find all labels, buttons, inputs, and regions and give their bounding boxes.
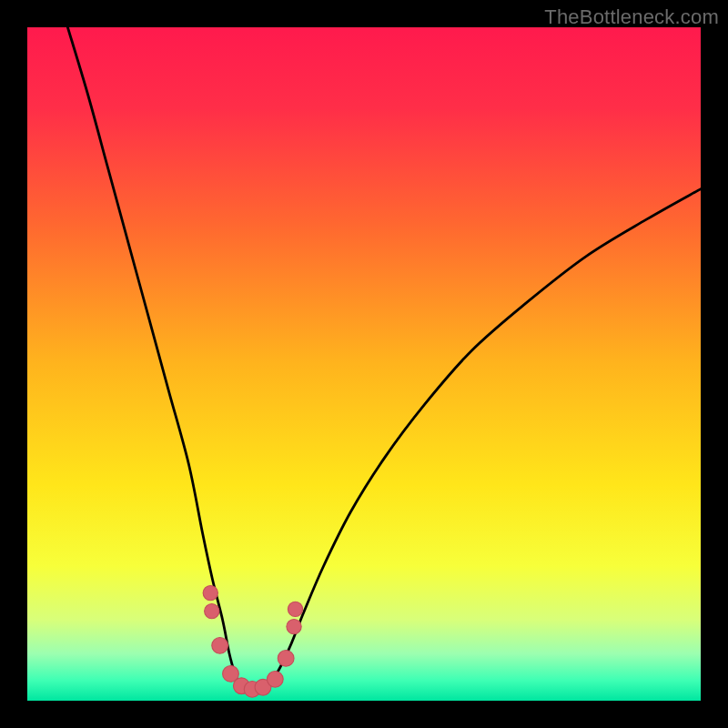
bottleneck-curve bbox=[27, 27, 701, 701]
plot-area bbox=[27, 27, 701, 701]
curve-marker bbox=[287, 619, 301, 633]
curve-marker bbox=[205, 603, 219, 618]
watermark-text: TheBottleneck.com bbox=[544, 5, 719, 29]
curve-marker bbox=[288, 602, 302, 616]
curve-marker bbox=[212, 637, 228, 653]
curve-marker bbox=[278, 651, 294, 667]
curve-marker bbox=[203, 585, 217, 600]
curve-marker bbox=[267, 671, 283, 687]
chart-frame: TheBottleneck.com bbox=[0, 0, 728, 728]
